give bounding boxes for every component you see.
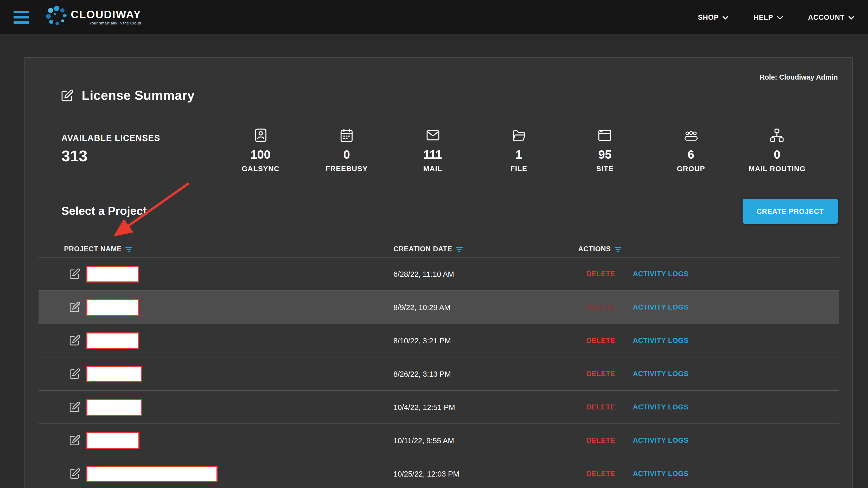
activity-logs-link[interactable]: ACTIVITY LOGS [633, 270, 688, 278]
project-name-cell [38, 332, 394, 349]
site-icon [597, 127, 613, 143]
chevron-down-icon [722, 15, 728, 20]
role-badge: Role: Cloudiway Admin [25, 58, 852, 83]
mail-icon [425, 127, 440, 143]
project-name-redacted[interactable] [86, 332, 139, 349]
license-stat: 95 SITE [562, 127, 648, 173]
menu-label: SHOP [698, 13, 719, 21]
edit-project-icon[interactable] [69, 301, 81, 313]
activity-logs-link[interactable]: ACTIVITY LOGS [633, 470, 688, 478]
filter-icon[interactable] [125, 246, 132, 252]
delete-link[interactable]: DELETE [586, 303, 615, 311]
project-name-redacted[interactable] [86, 432, 140, 449]
license-stat: 1 FILE [476, 127, 562, 173]
license-stat: 0 FREEBUSY [304, 127, 390, 173]
project-name-cell [38, 365, 394, 382]
license-stat: 6 GROUP [648, 127, 734, 173]
project-name-cell [38, 465, 394, 482]
menu-account[interactable]: ACCOUNT [808, 13, 855, 21]
creation-date: 10/11/22, 9:55 AM [394, 436, 578, 445]
stat-value: 1 [476, 148, 562, 162]
activity-logs-link[interactable]: ACTIVITY LOGS [633, 436, 688, 444]
edit-project-icon[interactable] [69, 401, 81, 413]
license-stats-row: AVAILABLE LICENSES 313 100 GALSYNC 0 FRE… [61, 127, 820, 173]
stat-label: GALSYNC [218, 164, 304, 173]
brand-name: CLOUDIWAY [71, 9, 141, 20]
mail-routing-icon [769, 127, 785, 143]
table-row: 6/28/22, 11:10 AM DELETE ACTIVITY LOGS [38, 257, 839, 290]
chevron-down-icon [777, 15, 783, 20]
creation-date: 6/28/22, 11:10 AM [394, 270, 578, 278]
actions-cell: DELETE ACTIVITY LOGS [578, 303, 839, 311]
delete-link[interactable]: DELETE [586, 336, 615, 345]
edit-project-icon[interactable] [69, 368, 81, 380]
edit-project-icon[interactable] [69, 268, 81, 280]
delete-link[interactable]: DELETE [586, 270, 615, 278]
edit-project-icon[interactable] [69, 468, 81, 480]
column-label: ACTIONS [578, 245, 611, 253]
project-name-redacted[interactable] [86, 266, 139, 282]
creation-date: 8/26/22, 3:13 PM [394, 370, 578, 378]
create-project-button[interactable]: CREATE PROJECT [743, 199, 838, 224]
available-licenses-value: 313 [61, 147, 218, 165]
stat-label: FILE [476, 164, 562, 173]
project-table-body: 6/28/22, 11:10 AM DELETE ACTIVITY LOGS 8… [38, 257, 839, 488]
project-name-cell [38, 266, 394, 282]
menu-help[interactable]: HELP [753, 13, 783, 21]
file-icon [511, 127, 527, 143]
delete-link[interactable]: DELETE [586, 470, 615, 478]
activity-logs-link[interactable]: ACTIVITY LOGS [633, 403, 688, 411]
project-name-redacted[interactable] [86, 299, 139, 316]
column-label: PROJECT NAME [64, 245, 122, 253]
table-row: 8/9/22, 10:29 AM DELETE ACTIVITY LOGS [38, 290, 839, 324]
stat-label: MAIL ROUTING [734, 164, 820, 173]
delete-link[interactable]: DELETE [586, 436, 615, 444]
project-table-header: PROJECT NAME CREATION DATE ACTIONS [38, 240, 839, 257]
edit-project-icon[interactable] [69, 434, 81, 446]
project-name-redacted[interactable] [86, 399, 142, 416]
table-row: 10/4/22, 12:51 PM DELETE ACTIVITY LOGS [38, 390, 839, 423]
delete-link[interactable]: DELETE [586, 370, 615, 378]
stat-value: 0 [734, 148, 820, 162]
activity-logs-link[interactable]: ACTIVITY LOGS [633, 336, 688, 345]
project-name-redacted[interactable] [86, 365, 142, 382]
available-licenses-label: AVAILABLE LICENSES [61, 133, 218, 143]
creation-date: 8/10/22, 3:21 PM [394, 336, 578, 345]
logo-mark-icon [45, 4, 69, 30]
stat-value: 95 [562, 148, 648, 162]
select-project-title: Select a Project [61, 204, 147, 218]
stat-value: 111 [390, 148, 476, 162]
actions-cell: DELETE ACTIVITY LOGS [578, 270, 839, 278]
creation-date: 10/25/22, 12:03 PM [394, 469, 578, 478]
table-row: 8/26/22, 3:13 PM DELETE ACTIVITY LOGS [38, 357, 839, 390]
project-name-redacted[interactable] [86, 465, 218, 482]
column-header-project-name[interactable]: PROJECT NAME [38, 245, 394, 253]
cloudiway-logo[interactable]: CLOUDIWAY Your smart ally in the Cloud [45, 4, 141, 30]
column-header-creation-date[interactable]: CREATION DATE [394, 245, 578, 253]
creation-date: 8/9/22, 10:29 AM [394, 303, 578, 312]
column-header-actions[interactable]: ACTIONS [578, 245, 839, 253]
actions-cell: DELETE ACTIVITY LOGS [578, 403, 839, 411]
brand-tagline: Your smart ally in the Cloud [89, 22, 141, 26]
filter-icon[interactable] [615, 246, 621, 252]
edit-project-icon[interactable] [69, 334, 81, 347]
page-title: License Summary [82, 88, 195, 103]
topbar-nav: SHOP HELP ACCOUNT [698, 13, 855, 21]
stat-label: GROUP [648, 164, 734, 173]
stat-value: 6 [648, 148, 734, 162]
menu-shop[interactable]: SHOP [698, 13, 728, 21]
activity-logs-link[interactable]: ACTIVITY LOGS [633, 370, 688, 378]
chevron-down-icon [848, 15, 855, 20]
actions-cell: DELETE ACTIVITY LOGS [578, 370, 839, 378]
license-summary-card: Role: Cloudiway Admin License Summary AV… [25, 57, 853, 488]
group-icon [683, 127, 700, 143]
stat-value: 100 [218, 148, 304, 162]
filter-icon[interactable] [456, 246, 463, 252]
activity-logs-link[interactable]: ACTIVITY LOGS [633, 303, 688, 311]
delete-link[interactable]: DELETE [586, 403, 615, 411]
table-row: 10/11/22, 9:55 AM DELETE ACTIVITY LOGS [38, 423, 839, 457]
hamburger-menu-icon[interactable] [13, 11, 29, 24]
edit-title-icon[interactable] [60, 89, 74, 102]
license-stat: 0 MAIL ROUTING [734, 127, 820, 173]
stat-value: 0 [304, 148, 390, 162]
